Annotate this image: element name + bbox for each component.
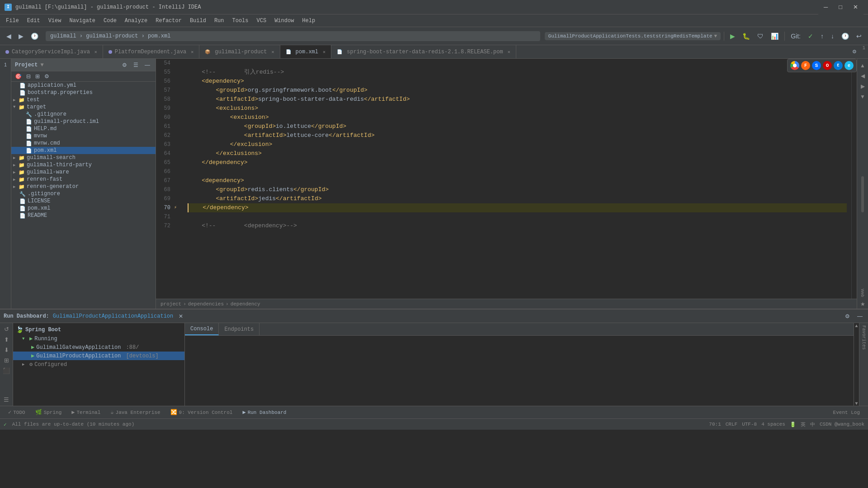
run-config-arrow[interactable]: ▼ bbox=[714, 33, 717, 39]
right-scroll-down[interactable]: ▼ bbox=[859, 92, 867, 101]
tree-item-rootgitignore[interactable]: 🔧 .gitignore bbox=[11, 190, 156, 197]
tree-item-pomxml[interactable]: 📄 pom.xml bbox=[11, 147, 156, 154]
right-favorites[interactable]: Web bbox=[859, 287, 866, 298]
minimize-button[interactable]: ─ bbox=[818, 0, 833, 14]
close-config-btn[interactable]: ✕ bbox=[177, 312, 185, 320]
status-line-ending[interactable]: CRLF bbox=[726, 422, 737, 427]
tree-item-mvnwcmd[interactable]: 📄 mvnw.cmd bbox=[11, 140, 156, 147]
tree-item-mvnw[interactable]: 📄 mvnw bbox=[11, 132, 156, 140]
opera-icon[interactable]: O bbox=[823, 61, 832, 70]
tree-item-renrenfast[interactable]: ▶ 📁 renren-fast bbox=[11, 176, 156, 183]
tab-spring-boot-pom[interactable]: 📄 spring-boot-starter-data-redis-2.1.8.R… bbox=[331, 45, 516, 58]
menu-tools[interactable]: Tools bbox=[229, 16, 252, 25]
tab-close[interactable]: ✕ bbox=[508, 49, 510, 55]
run-tree-gateway[interactable]: ▶ GulimallGatewayApplication :88/ bbox=[13, 343, 184, 352]
panel-config-btn[interactable]: ⚙ bbox=[120, 61, 129, 69]
menu-vcs[interactable]: VCS bbox=[253, 16, 270, 25]
menu-window[interactable]: Window bbox=[271, 16, 297, 25]
tab-close[interactable]: ✕ bbox=[94, 49, 97, 55]
favorites-label[interactable]: Favorites bbox=[861, 325, 866, 350]
tree-item-target[interactable]: ▼ 📁 target bbox=[11, 103, 156, 111]
back-button[interactable]: ◀ bbox=[4, 31, 14, 42]
profile-button[interactable]: 📊 bbox=[768, 31, 781, 42]
git-checkmark[interactable]: ✓ bbox=[805, 31, 816, 42]
panel-gear-btn[interactable]: ☰ bbox=[132, 61, 140, 69]
status-tab-eventlog[interactable]: Event Log bbox=[829, 408, 864, 417]
settings-btn[interactable]: ⚙ bbox=[42, 72, 51, 80]
bottom-collapse-btn[interactable]: — bbox=[855, 312, 864, 320]
run-filter-btn[interactable]: ⬛ bbox=[1, 366, 12, 375]
tree-item-readme[interactable]: 📄 README bbox=[11, 212, 156, 219]
edge-icon[interactable]: E bbox=[834, 61, 843, 70]
menu-edit[interactable]: Edit bbox=[24, 16, 44, 25]
panel-dropdown[interactable]: ▼ bbox=[40, 62, 43, 68]
right-bookmark[interactable]: ★ bbox=[859, 300, 867, 309]
breadcrumb-dependencies[interactable]: dependencies bbox=[188, 301, 224, 307]
maximize-button[interactable]: □ bbox=[833, 0, 848, 14]
collapse-all[interactable]: ⊟ bbox=[24, 72, 33, 80]
coverage-button[interactable]: 🛡 bbox=[755, 31, 766, 42]
scroll-to-source[interactable]: 🎯 bbox=[13, 72, 24, 80]
menu-build[interactable]: Build bbox=[186, 16, 210, 25]
right-scroll-1[interactable]: ◀ bbox=[859, 71, 866, 80]
vertical-scrollbar[interactable] bbox=[851, 59, 857, 299]
menu-help[interactable]: Help bbox=[298, 16, 319, 25]
tab-close[interactable]: ✕ bbox=[272, 49, 274, 55]
git-button[interactable]: Git: bbox=[788, 31, 803, 42]
right-scroll-2[interactable]: ▶ bbox=[859, 82, 866, 91]
tab-categoryserviceimpl[interactable]: CategoryServiceImpl.java ✕ bbox=[0, 45, 103, 58]
tab-console[interactable]: Console bbox=[185, 323, 219, 335]
code-lines[interactable]: <!-- 引入redis--> <dependency> <groupId>or… bbox=[183, 59, 851, 299]
tree-item-helpmd[interactable]: 📄 HELP.md bbox=[11, 125, 156, 132]
menu-analyze[interactable]: Analyze bbox=[121, 16, 151, 25]
run-tree-configured[interactable]: ▶ ⚙ Configured bbox=[13, 360, 184, 369]
debug-button[interactable]: 🐛 bbox=[740, 31, 753, 42]
right-scroll-up[interactable]: ▲ bbox=[859, 61, 867, 70]
project-panel-toggle[interactable]: 1 bbox=[3, 61, 8, 68]
tree-item-rootpom[interactable]: 📄 pom.xml bbox=[11, 205, 156, 212]
run-tree-running[interactable]: ▼ ▶ Running bbox=[13, 334, 184, 343]
ie-icon[interactable]: e bbox=[844, 61, 854, 70]
git-push[interactable]: ↓ bbox=[828, 31, 837, 42]
menu-file[interactable]: File bbox=[2, 16, 23, 25]
tab-close[interactable]: ✕ bbox=[323, 49, 326, 55]
menu-navigate[interactable]: Navigate bbox=[66, 16, 99, 25]
firefox-icon[interactable]: F bbox=[801, 61, 810, 70]
tree-item-bootstrap[interactable]: 📄 bootstrap.properties bbox=[11, 89, 156, 96]
chrome-icon[interactable] bbox=[790, 61, 799, 70]
run-button[interactable]: ▶ bbox=[727, 31, 738, 42]
status-tab-spring[interactable]: 🌿 Spring bbox=[31, 408, 66, 417]
run-tree-springboot[interactable]: 🍃 Spring Boot bbox=[13, 325, 184, 334]
tab-close[interactable]: ✕ bbox=[191, 49, 193, 55]
bottom-scroll-down[interactable]: ▼ bbox=[854, 401, 859, 406]
safari-icon[interactable]: S bbox=[812, 61, 821, 70]
csdn-link[interactable]: CSDN @wang_book bbox=[820, 422, 864, 427]
breadcrumb-dependency[interactable]: dependency bbox=[231, 301, 260, 307]
git-revert[interactable]: ↩ bbox=[854, 31, 864, 42]
menu-code[interactable]: Code bbox=[100, 16, 120, 25]
tree-item-renrengenerator[interactable]: ▶ 📁 renren-generator bbox=[11, 183, 156, 190]
run-grid-btn[interactable]: ⊞ bbox=[1, 356, 12, 365]
run-rerun-btn[interactable]: ↺ bbox=[1, 325, 12, 333]
tree-item-thirdparty[interactable]: ▶ 📁 gulimall-third-party bbox=[11, 161, 156, 169]
tree-item-ware[interactable]: ▶ 📁 gulimall-ware bbox=[11, 169, 156, 176]
close-button[interactable]: ✕ bbox=[848, 0, 863, 14]
tree-item-search[interactable]: ▶ 📁 gulimall-search bbox=[11, 154, 156, 161]
expand-all[interactable]: ⊞ bbox=[33, 72, 42, 80]
status-tab-javaenterprise[interactable]: ☕ Java Enterprise bbox=[106, 408, 165, 417]
menu-run[interactable]: Run bbox=[211, 16, 228, 25]
run-stop-all-btn[interactable]: ⬆ bbox=[1, 335, 12, 344]
tree-item-license[interactable]: 📄 LICENSE bbox=[11, 197, 156, 205]
bottom-scroll-up[interactable]: ▲ bbox=[854, 323, 859, 328]
status-tab-todo[interactable]: ✓ TODO bbox=[4, 408, 30, 417]
panel-close-btn[interactable]: — bbox=[143, 61, 152, 69]
menu-refactor[interactable]: Refactor bbox=[152, 16, 185, 25]
status-tab-terminal[interactable]: ▶ Terminal bbox=[67, 408, 105, 417]
status-indent[interactable]: 4 spaces bbox=[761, 422, 785, 427]
menu-view[interactable]: View bbox=[45, 16, 65, 25]
tree-item-iml[interactable]: 📄 gulimall-product.iml bbox=[11, 118, 156, 125]
forward-button[interactable]: ▶ bbox=[16, 31, 26, 42]
status-tab-vcs[interactable]: 🔀 9: Version Control bbox=[166, 408, 237, 417]
git-update[interactable]: ↑ bbox=[818, 31, 826, 42]
status-position[interactable]: 70:1 bbox=[709, 422, 721, 427]
